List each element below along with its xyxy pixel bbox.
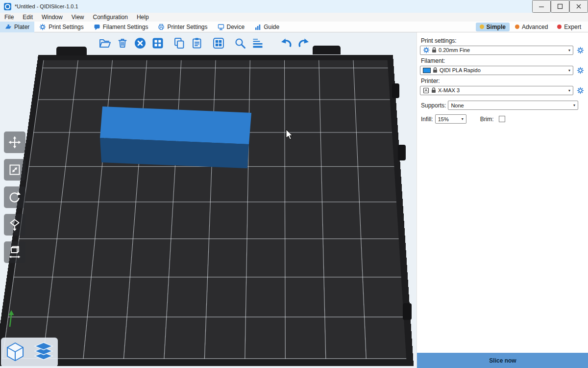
menu-edit[interactable]: Edit xyxy=(18,13,37,22)
close-icon xyxy=(576,3,582,9)
3d-view-button[interactable] xyxy=(3,340,27,365)
tab-printer-settings[interactable]: Printer Settings xyxy=(153,22,212,32)
printer-label: Printer: xyxy=(421,78,588,84)
layer-height-button[interactable] xyxy=(249,34,267,52)
move-icon xyxy=(8,135,22,149)
trash-icon xyxy=(116,37,129,50)
chevron-down-icon: ▾ xyxy=(573,103,575,107)
infill-label: Infill: xyxy=(421,116,433,123)
arrange-icon xyxy=(151,37,164,50)
menu-help[interactable]: Help xyxy=(132,13,153,22)
split-button[interactable] xyxy=(210,34,227,52)
printer-value: X-MAX 3 xyxy=(438,87,460,93)
measure-icon xyxy=(8,245,22,259)
tab-label: Print Settings xyxy=(49,24,83,30)
rotate-icon xyxy=(8,190,22,204)
tab-filament-settings[interactable]: Filament Settings xyxy=(89,22,153,32)
folder-open-icon xyxy=(98,37,111,50)
brim-checkbox[interactable] xyxy=(499,116,505,122)
menu-bar: File Edit Window View Configuration Help xyxy=(0,13,588,22)
delete-all-button[interactable] xyxy=(131,34,149,52)
print-settings-combo[interactable]: 0.20mm Fine ▾ xyxy=(420,46,573,55)
printer-combo[interactable]: X-MAX 3 ▾ xyxy=(420,86,573,95)
tab-guide[interactable]: Guide xyxy=(249,22,284,32)
bed-handle xyxy=(313,46,341,54)
layers-preview-button[interactable] xyxy=(31,340,56,365)
redo-button[interactable] xyxy=(295,34,313,52)
infill-combo[interactable]: 15% ▾ xyxy=(435,114,466,124)
print-settings-label: Print settings: xyxy=(421,37,588,44)
filament-value: QIDI PLA Rapido xyxy=(440,67,481,73)
printer-icon xyxy=(423,87,429,94)
delete-button[interactable] xyxy=(114,34,131,52)
menu-view[interactable]: View xyxy=(67,13,89,22)
brim-label: Brim: xyxy=(480,116,494,123)
printer-gear-button[interactable] xyxy=(575,85,585,95)
tab-plater[interactable]: Plater xyxy=(0,22,34,32)
bed-clip xyxy=(392,83,399,98)
advanced-mode-dot-icon xyxy=(515,25,519,29)
app-icon xyxy=(4,3,11,10)
open-button[interactable] xyxy=(96,34,114,52)
tab-label: Device xyxy=(227,24,245,30)
minimize-button[interactable] xyxy=(532,0,551,13)
move-button[interactable] xyxy=(4,131,25,153)
maximize-button[interactable] xyxy=(551,0,569,13)
filament-color-swatch xyxy=(423,68,431,73)
minimize-icon xyxy=(539,3,544,9)
search-button[interactable] xyxy=(231,34,249,52)
printer-icon xyxy=(158,24,165,30)
menu-window[interactable]: Window xyxy=(37,13,67,22)
measure-button[interactable] xyxy=(4,241,25,263)
chevron-down-icon: ▾ xyxy=(568,88,570,93)
plater-icon xyxy=(5,24,12,30)
left-toolbar xyxy=(4,131,25,263)
arrange-button[interactable] xyxy=(149,34,167,52)
place-on-face-icon xyxy=(8,218,22,232)
paste-button[interactable] xyxy=(188,34,206,52)
filament-gear-button[interactable] xyxy=(575,65,585,75)
copy-icon xyxy=(173,37,186,50)
copy-button[interactable] xyxy=(171,34,188,52)
mode-label: Expert xyxy=(564,24,581,30)
bed-handle xyxy=(56,47,87,55)
search-icon xyxy=(234,37,246,50)
print-settings-value: 0.20mm Fine xyxy=(439,47,470,53)
3d-viewport[interactable] xyxy=(0,32,416,368)
chevron-down-icon: ▾ xyxy=(568,48,570,53)
close-button[interactable] xyxy=(569,0,588,13)
redo-icon xyxy=(297,37,310,50)
tab-bar: Plater Print Settings Filament Settings … xyxy=(0,22,588,32)
menu-file[interactable]: File xyxy=(0,13,18,22)
lock-icon xyxy=(433,67,438,73)
place-on-face-button[interactable] xyxy=(4,214,25,236)
scale-button[interactable] xyxy=(4,159,25,181)
tab-label: Guide xyxy=(264,24,279,30)
mode-expert[interactable]: Expert xyxy=(553,23,585,31)
chevron-down-icon: ▾ xyxy=(568,68,570,73)
expert-mode-dot-icon xyxy=(557,25,562,29)
slice-now-button[interactable]: Slice now xyxy=(417,353,588,368)
layers-preview-icon xyxy=(33,342,54,363)
menu-configuration[interactable]: Configuration xyxy=(89,13,132,22)
rotate-button[interactable] xyxy=(4,186,25,208)
mode-label: Advanced xyxy=(522,24,548,30)
device-icon xyxy=(218,24,224,30)
view-switcher xyxy=(1,338,58,367)
supports-label: Supports: xyxy=(421,102,446,109)
tab-print-settings[interactable]: Print Settings xyxy=(34,22,88,32)
tab-device[interactable]: Device xyxy=(213,22,250,32)
mode-simple[interactable]: Simple xyxy=(476,23,510,31)
print-settings-gear-button[interactable] xyxy=(575,45,585,55)
infill-value: 15% xyxy=(438,116,449,122)
window-controls xyxy=(532,0,588,13)
mode-advanced[interactable]: Advanced xyxy=(511,23,552,31)
supports-combo[interactable]: None ▾ xyxy=(448,101,578,110)
lock-icon xyxy=(432,47,437,53)
title-bar: *Untitled - QIDISlicer-1.0.1 xyxy=(0,0,588,13)
filament-icon xyxy=(94,24,100,30)
undo-button[interactable] xyxy=(277,34,295,52)
bed-clip xyxy=(398,145,406,160)
filament-combo[interactable]: QIDI PLA Rapido ▾ xyxy=(420,66,573,75)
delete-all-icon xyxy=(134,37,147,50)
